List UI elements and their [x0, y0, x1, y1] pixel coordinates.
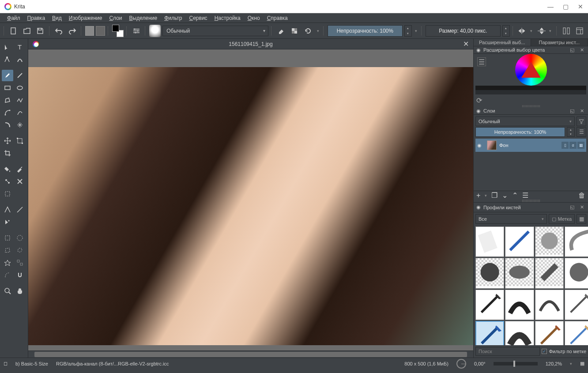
- size-spinner[interactable]: ▴▾: [502, 25, 510, 37]
- filter-by-tag-checkbox[interactable]: ✓ Фильтр по метке: [542, 347, 586, 356]
- dropdown-arrow-icon[interactable]: ▾: [316, 29, 320, 33]
- mirror-v-button[interactable]: [536, 25, 547, 37]
- minimize-button[interactable]: —: [547, 4, 554, 10]
- brush-preset[interactable]: [565, 321, 588, 345]
- size-slider[interactable]: Размер: 40,00 пикс.: [426, 25, 501, 37]
- add-layer-button[interactable]: +: [476, 192, 480, 200]
- brush-preset[interactable]: [565, 290, 588, 320]
- undo-button[interactable]: [53, 25, 64, 37]
- select-rect-tool[interactable]: [2, 232, 13, 244]
- brush-preset[interactable]: [505, 258, 534, 288]
- dropdown-arrow-icon[interactable]: ▾: [414, 29, 418, 33]
- canvas-map-button[interactable]: ▦: [580, 361, 584, 366]
- transform-tool[interactable]: [2, 41, 13, 53]
- brush-preset[interactable]: [565, 226, 588, 257]
- brush-preset[interactable]: [535, 226, 564, 257]
- refresh-color-button[interactable]: ⟳: [476, 96, 485, 105]
- save-button[interactable]: [34, 25, 46, 37]
- docker-tab-tool-options[interactable]: Параметры инст...: [531, 39, 588, 46]
- menu-edit[interactable]: Правка: [24, 14, 49, 22]
- menu-file[interactable]: Файл: [4, 14, 24, 22]
- menu-settings[interactable]: Настройка: [211, 14, 244, 22]
- workspace-button[interactable]: [574, 25, 585, 37]
- fg-bg-color[interactable]: [112, 25, 124, 37]
- select-magnetic-tool[interactable]: [14, 269, 26, 281]
- select-poly-tool[interactable]: [2, 245, 13, 256]
- freehand-path-tool[interactable]: [14, 107, 26, 118]
- close-button[interactable]: ✕: [577, 4, 584, 10]
- dropdown-arrow-icon[interactable]: ▾: [549, 29, 553, 33]
- calligraphy-tool[interactable]: [14, 54, 26, 65]
- zoom-dropdown[interactable]: ▾: [570, 362, 572, 366]
- pan-tool[interactable]: [14, 285, 26, 297]
- menu-image[interactable]: Изображение: [65, 14, 106, 22]
- measure-tool[interactable]: [14, 204, 26, 215]
- color-picker-tool[interactable]: [14, 163, 26, 175]
- move-up-button[interactable]: ⌃: [512, 191, 518, 200]
- dropdown-arrow-icon[interactable]: ▾: [530, 29, 534, 33]
- menu-view[interactable]: Вид: [49, 14, 65, 22]
- polygon-tool[interactable]: [2, 94, 13, 106]
- brush-preview[interactable]: [149, 25, 161, 37]
- visibility-icon[interactable]: ◉: [477, 143, 484, 148]
- opacity-slider[interactable]: Непрозрачность: 100%: [328, 25, 403, 37]
- float-docker-button[interactable]: ◱: [569, 107, 576, 114]
- close-docker-button[interactable]: ✕: [578, 107, 585, 114]
- wrap-button[interactable]: [561, 25, 572, 37]
- menu-layers[interactable]: Слои: [106, 14, 125, 22]
- menu-window[interactable]: Окно: [244, 14, 264, 22]
- brush-preset[interactable]: [535, 290, 564, 320]
- layer-blend-combo[interactable]: Обычный: [475, 117, 575, 126]
- eraser-mode-button[interactable]: [275, 25, 287, 37]
- layer-flag[interactable]: ▯: [562, 142, 569, 149]
- pattern-swatch[interactable]: [96, 26, 105, 36]
- select-similar-tool[interactable]: [14, 257, 26, 268]
- float-docker-button[interactable]: ◱: [569, 204, 576, 211]
- layer-alpha-flag[interactable]: α: [569, 142, 577, 149]
- transform-tool-2[interactable]: [14, 135, 26, 147]
- dynamic-brush-tool[interactable]: [2, 119, 13, 131]
- brush-preset[interactable]: [475, 290, 504, 320]
- brush-preset[interactable]: [505, 321, 534, 345]
- move-down-button[interactable]: ⌄: [502, 191, 508, 200]
- color-value-bar[interactable]: [475, 86, 586, 94]
- select-bezier-tool[interactable]: [2, 269, 13, 281]
- blend-mode-combo[interactable]: Обычный: [162, 26, 268, 36]
- brush-preset[interactable]: [505, 226, 534, 257]
- rectangle-tool[interactable]: [2, 82, 13, 94]
- brush-tag-combo[interactable]: Все: [475, 214, 547, 224]
- select-free-tool[interactable]: [14, 245, 26, 256]
- close-tab-button[interactable]: ✕: [463, 40, 469, 48]
- duplicate-layer-button[interactable]: ❐: [491, 191, 498, 200]
- docker-tab-color[interactable]: Расширенный выб...: [474, 39, 531, 46]
- color-wheel[interactable]: ☰: [474, 54, 588, 86]
- zoom-slider[interactable]: [494, 362, 538, 365]
- alpha-lock-button[interactable]: [289, 25, 300, 37]
- smart-patch-tool[interactable]: [2, 188, 13, 200]
- menu-help[interactable]: Справка: [264, 14, 291, 22]
- brush-preset[interactable]: [535, 258, 564, 288]
- add-layer-dropdown[interactable]: ▾: [485, 193, 487, 198]
- rotation-widget[interactable]: [456, 359, 466, 369]
- multibrush-tool[interactable]: [14, 119, 26, 131]
- reload-brush-button[interactable]: [302, 25, 314, 37]
- layer-opacity-spinner[interactable]: ▴▾: [567, 127, 575, 137]
- reference-tool[interactable]: [2, 216, 13, 228]
- move-tool[interactable]: [2, 135, 13, 147]
- open-button[interactable]: [21, 25, 33, 37]
- assistant-tool[interactable]: [2, 204, 13, 215]
- mirror-h-button[interactable]: [517, 25, 528, 37]
- menu-filter[interactable]: Фильтр: [161, 14, 185, 22]
- brush-preset[interactable]: [535, 321, 564, 345]
- gradient-tool[interactable]: [2, 176, 13, 187]
- gradient-swatch[interactable]: [85, 26, 94, 36]
- document-tab[interactable]: 1561109415_1.jpg ✕: [28, 39, 473, 49]
- delete-layer-button[interactable]: 🗑: [578, 192, 585, 200]
- brush-search-input[interactable]: Поиск: [475, 347, 540, 356]
- brush-preset[interactable]: [475, 226, 504, 257]
- layer-item[interactable]: ◉ Фон ▯ α ▦: [475, 139, 586, 152]
- float-docker-button[interactable]: ◱: [569, 46, 576, 53]
- select-ellipse-tool[interactable]: [14, 232, 26, 244]
- pattern-edit-tool[interactable]: [14, 176, 26, 187]
- polyline-tool[interactable]: [14, 94, 26, 106]
